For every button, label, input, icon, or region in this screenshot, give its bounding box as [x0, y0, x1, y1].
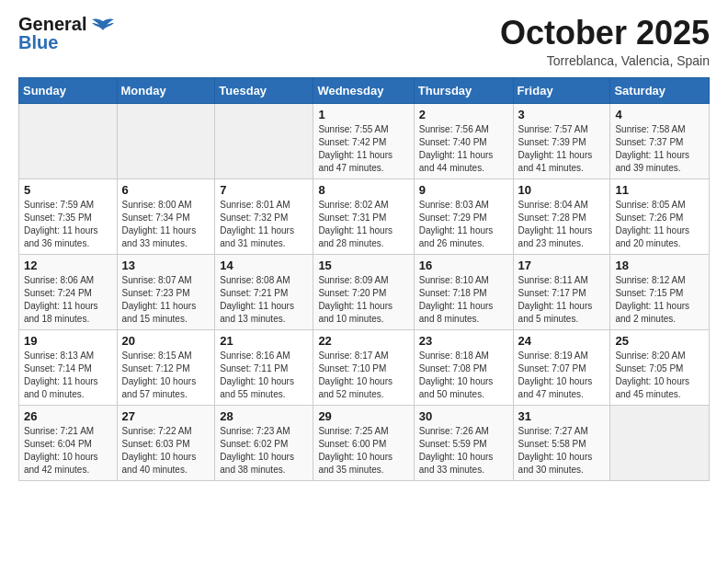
- day-info: Sunrise: 7:27 AM Sunset: 5:58 PM Dayligh…: [518, 425, 606, 477]
- day-cell: 3Sunrise: 7:57 AM Sunset: 7:39 PM Daylig…: [513, 103, 610, 178]
- location: Torreblanca, Valencia, Spain: [500, 53, 710, 68]
- title-block: October 2025 Torreblanca, Valencia, Spai…: [500, 15, 710, 68]
- day-cell: 30Sunrise: 7:26 AM Sunset: 5:59 PM Dayli…: [414, 405, 513, 480]
- day-number: 28: [220, 409, 308, 423]
- day-info: Sunrise: 8:03 AM Sunset: 7:29 PM Dayligh…: [419, 199, 508, 250]
- day-cell: 19Sunrise: 8:13 AM Sunset: 7:14 PM Dayli…: [19, 329, 118, 405]
- day-number: 16: [419, 259, 508, 272]
- day-cell: 1Sunrise: 7:55 AM Sunset: 7:42 PM Daylig…: [313, 103, 414, 178]
- day-number: 5: [24, 183, 112, 197]
- day-number: 1: [318, 108, 408, 121]
- day-cell: 4Sunrise: 7:58 AM Sunset: 7:37 PM Daylig…: [610, 103, 710, 178]
- day-cell: 21Sunrise: 8:16 AM Sunset: 7:11 PM Dayli…: [215, 329, 313, 405]
- day-cell: 9Sunrise: 8:03 AM Sunset: 7:29 PM Daylig…: [414, 178, 513, 254]
- day-cell: 18Sunrise: 8:12 AM Sunset: 7:15 PM Dayli…: [610, 254, 710, 329]
- day-number: 18: [615, 259, 704, 272]
- day-number: 14: [220, 259, 308, 272]
- day-info: Sunrise: 8:08 AM Sunset: 7:21 PM Dayligh…: [220, 274, 308, 326]
- day-info: Sunrise: 8:18 AM Sunset: 7:08 PM Dayligh…: [419, 350, 508, 401]
- day-cell: [215, 103, 313, 178]
- day-number: 13: [122, 259, 210, 272]
- day-number: 4: [615, 108, 704, 121]
- day-header-thursday: Thursday: [414, 77, 513, 103]
- calendar-table: SundayMondayTuesdayWednesdayThursdayFrid…: [18, 77, 710, 481]
- day-info: Sunrise: 7:55 AM Sunset: 7:42 PM Dayligh…: [318, 123, 408, 175]
- day-info: Sunrise: 7:59 AM Sunset: 7:35 PM Dayligh…: [24, 199, 112, 250]
- day-number: 25: [615, 334, 704, 348]
- day-number: 31: [518, 409, 606, 423]
- day-number: 8: [318, 183, 408, 197]
- day-cell: 22Sunrise: 8:17 AM Sunset: 7:10 PM Dayli…: [313, 329, 414, 405]
- logo-blue-text: Blue: [18, 33, 86, 52]
- day-info: Sunrise: 7:21 AM Sunset: 6:04 PM Dayligh…: [24, 425, 112, 477]
- day-cell: 17Sunrise: 8:11 AM Sunset: 7:17 PM Dayli…: [513, 254, 610, 329]
- day-number: 10: [518, 183, 606, 197]
- day-number: 11: [615, 183, 704, 197]
- day-number: 23: [419, 334, 508, 348]
- day-info: Sunrise: 7:22 AM Sunset: 6:03 PM Dayligh…: [122, 425, 210, 477]
- day-info: Sunrise: 8:10 AM Sunset: 7:18 PM Dayligh…: [419, 274, 508, 326]
- day-cell: 6Sunrise: 8:00 AM Sunset: 7:34 PM Daylig…: [117, 178, 215, 254]
- day-header-friday: Friday: [513, 77, 610, 103]
- week-row-5: 26Sunrise: 7:21 AM Sunset: 6:04 PM Dayli…: [19, 405, 710, 480]
- day-cell: 2Sunrise: 7:56 AM Sunset: 7:40 PM Daylig…: [414, 103, 513, 178]
- day-number: 17: [518, 259, 606, 272]
- day-info: Sunrise: 7:57 AM Sunset: 7:39 PM Dayligh…: [518, 123, 606, 175]
- day-info: Sunrise: 8:19 AM Sunset: 7:07 PM Dayligh…: [518, 350, 606, 401]
- day-number: 29: [318, 409, 408, 423]
- day-cell: 29Sunrise: 7:25 AM Sunset: 6:00 PM Dayli…: [313, 405, 414, 480]
- day-cell: 23Sunrise: 8:18 AM Sunset: 7:08 PM Dayli…: [414, 329, 513, 405]
- month-title: October 2025: [500, 15, 710, 52]
- day-cell: 7Sunrise: 8:01 AM Sunset: 7:32 PM Daylig…: [215, 178, 313, 254]
- day-info: Sunrise: 8:16 AM Sunset: 7:11 PM Dayligh…: [220, 350, 308, 401]
- day-cell: 8Sunrise: 8:02 AM Sunset: 7:31 PM Daylig…: [313, 178, 414, 254]
- day-info: Sunrise: 8:09 AM Sunset: 7:20 PM Dayligh…: [318, 274, 408, 326]
- week-row-4: 19Sunrise: 8:13 AM Sunset: 7:14 PM Dayli…: [19, 329, 710, 405]
- day-cell: 15Sunrise: 8:09 AM Sunset: 7:20 PM Dayli…: [313, 254, 414, 329]
- day-info: Sunrise: 8:17 AM Sunset: 7:10 PM Dayligh…: [318, 350, 408, 401]
- day-info: Sunrise: 8:12 AM Sunset: 7:15 PM Dayligh…: [615, 274, 704, 326]
- day-info: Sunrise: 8:05 AM Sunset: 7:26 PM Dayligh…: [615, 199, 704, 250]
- day-number: 3: [518, 108, 606, 121]
- day-cell: [117, 103, 215, 178]
- day-header-wednesday: Wednesday: [313, 77, 414, 103]
- bird-icon: [90, 17, 116, 41]
- day-number: 30: [419, 409, 508, 423]
- day-header-tuesday: Tuesday: [215, 77, 313, 103]
- week-row-2: 5Sunrise: 7:59 AM Sunset: 7:35 PM Daylig…: [19, 178, 710, 254]
- day-number: 19: [24, 334, 112, 348]
- day-info: Sunrise: 8:04 AM Sunset: 7:28 PM Dayligh…: [518, 199, 606, 250]
- day-cell: 12Sunrise: 8:06 AM Sunset: 7:24 PM Dayli…: [19, 254, 118, 329]
- day-cell: 5Sunrise: 7:59 AM Sunset: 7:35 PM Daylig…: [19, 178, 118, 254]
- day-number: 24: [518, 334, 606, 348]
- header: General Blue October 2025 Torreblanca, V…: [18, 15, 710, 68]
- day-number: 27: [122, 409, 210, 423]
- day-info: Sunrise: 7:23 AM Sunset: 6:02 PM Dayligh…: [220, 425, 308, 477]
- day-number: 26: [24, 409, 112, 423]
- day-cell: 24Sunrise: 8:19 AM Sunset: 7:07 PM Dayli…: [513, 329, 610, 405]
- calendar-header-row: SundayMondayTuesdayWednesdayThursdayFrid…: [19, 77, 710, 103]
- day-cell: 14Sunrise: 8:08 AM Sunset: 7:21 PM Dayli…: [215, 254, 313, 329]
- day-info: Sunrise: 8:07 AM Sunset: 7:23 PM Dayligh…: [122, 274, 210, 326]
- day-header-monday: Monday: [117, 77, 215, 103]
- day-cell: 13Sunrise: 8:07 AM Sunset: 7:23 PM Dayli…: [117, 254, 215, 329]
- day-info: Sunrise: 7:25 AM Sunset: 6:00 PM Dayligh…: [318, 425, 408, 477]
- day-number: 22: [318, 334, 408, 348]
- day-number: 7: [220, 183, 308, 197]
- day-cell: 10Sunrise: 8:04 AM Sunset: 7:28 PM Dayli…: [513, 178, 610, 254]
- day-cell: 25Sunrise: 8:20 AM Sunset: 7:05 PM Dayli…: [610, 329, 710, 405]
- day-cell: 20Sunrise: 8:15 AM Sunset: 7:12 PM Dayli…: [117, 329, 215, 405]
- day-number: 15: [318, 259, 408, 272]
- day-cell: 28Sunrise: 7:23 AM Sunset: 6:02 PM Dayli…: [215, 405, 313, 480]
- day-info: Sunrise: 8:15 AM Sunset: 7:12 PM Dayligh…: [122, 350, 210, 401]
- day-info: Sunrise: 7:58 AM Sunset: 7:37 PM Dayligh…: [615, 123, 704, 175]
- day-info: Sunrise: 8:02 AM Sunset: 7:31 PM Dayligh…: [318, 199, 408, 250]
- logo: General Blue: [18, 15, 116, 52]
- day-number: 12: [24, 259, 112, 272]
- day-info: Sunrise: 8:11 AM Sunset: 7:17 PM Dayligh…: [518, 274, 606, 326]
- day-info: Sunrise: 8:01 AM Sunset: 7:32 PM Dayligh…: [220, 199, 308, 250]
- day-cell: 27Sunrise: 7:22 AM Sunset: 6:03 PM Dayli…: [117, 405, 215, 480]
- day-header-saturday: Saturday: [610, 77, 710, 103]
- day-number: 6: [122, 183, 210, 197]
- week-row-3: 12Sunrise: 8:06 AM Sunset: 7:24 PM Dayli…: [19, 254, 710, 329]
